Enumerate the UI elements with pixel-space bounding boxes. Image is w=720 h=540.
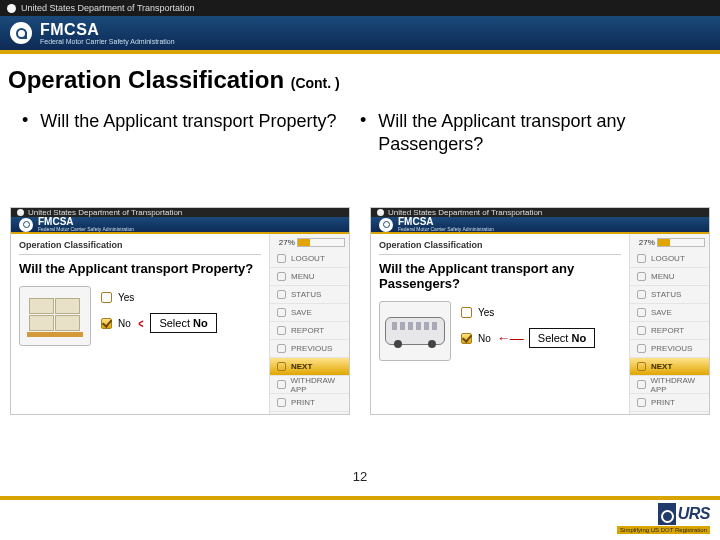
print-icon xyxy=(277,398,286,407)
fmcsa-logo-icon xyxy=(19,218,33,232)
sidebar-print[interactable]: PRINT xyxy=(270,394,349,412)
bullet-list: Will the Applicant transport Property? W… xyxy=(0,100,720,159)
sidebar-report[interactable]: REPORT xyxy=(270,322,349,340)
sidebar-logout[interactable]: LOGOUT xyxy=(270,250,349,268)
urs-logo-text: URS xyxy=(678,505,710,523)
usdot-shield-icon xyxy=(17,209,24,216)
progress-bar-icon xyxy=(657,238,705,247)
urs-badge: URS Simplifying US DOT Registration xyxy=(617,503,710,534)
bus-icon xyxy=(385,317,445,345)
screenshot-property: United States Department of Transportati… xyxy=(10,207,350,415)
property-graphic xyxy=(19,286,91,346)
box-icon xyxy=(55,298,80,314)
progress-bar: 27% xyxy=(270,234,349,250)
dept-label: United States Department of Transportati… xyxy=(21,3,195,13)
checkbox-checked-icon[interactable] xyxy=(101,318,112,329)
checkbox-icon[interactable] xyxy=(101,292,112,303)
sidebar-previous[interactable]: PREVIOUS xyxy=(270,340,349,358)
screenshot-passengers: United States Department of Transportati… xyxy=(370,207,710,415)
yes-label: Yes xyxy=(118,292,134,303)
sidebar-save[interactable]: SAVE xyxy=(630,304,709,322)
callout-select-no: Select No xyxy=(150,313,216,333)
logout-icon xyxy=(277,254,286,263)
yes-label: Yes xyxy=(478,307,494,318)
question-property: Will the Applicant transport Property? xyxy=(19,261,261,276)
agency-subtitle: Federal Motor Carrier Safety Administrat… xyxy=(38,227,134,232)
no-label: No xyxy=(478,333,491,344)
sidebar-save[interactable]: SAVE xyxy=(270,304,349,322)
bullet-right: Will the Applicant transport any Passeng… xyxy=(360,110,698,155)
urs-logo-icon xyxy=(658,503,676,525)
sidebar-menu[interactable]: MENU xyxy=(630,268,709,286)
option-yes[interactable]: Yes xyxy=(461,307,595,318)
shot-header: FMCSA Federal Motor Carrier Safety Admin… xyxy=(371,217,709,234)
usdot-shield-icon xyxy=(7,4,16,13)
shot-header: FMCSA Federal Motor Carrier Safety Admin… xyxy=(11,217,349,234)
slide-title: Operation Classification (Cont. ) xyxy=(8,66,720,94)
sidebar-next[interactable]: NEXT xyxy=(630,358,709,376)
passenger-graphic xyxy=(379,301,451,361)
previous-icon xyxy=(637,344,646,353)
sidebar-status[interactable]: STATUS xyxy=(270,286,349,304)
section-label: Operation Classification xyxy=(19,240,261,250)
chevron-left-icon: < xyxy=(138,316,143,331)
arrow-left-icon: ←— xyxy=(497,330,523,346)
progress-value: 27% xyxy=(639,238,655,247)
sidebar: 27% LOGOUT MENU STATUS SAVE REPORT PREVI… xyxy=(629,234,709,415)
print-icon xyxy=(637,398,646,407)
previous-icon xyxy=(277,344,286,353)
save-icon xyxy=(277,308,286,317)
option-yes[interactable]: Yes xyxy=(101,292,217,303)
menu-icon xyxy=(637,272,646,281)
checkbox-icon[interactable] xyxy=(461,307,472,318)
sidebar-next[interactable]: NEXT xyxy=(270,358,349,376)
slide-title-text: Operation Classification xyxy=(8,66,284,93)
box-icon xyxy=(29,298,54,314)
box-icon xyxy=(55,315,80,331)
sidebar-previous[interactable]: PREVIOUS xyxy=(630,340,709,358)
report-icon xyxy=(277,326,286,335)
sidebar-status[interactable]: STATUS xyxy=(630,286,709,304)
bullet-left: Will the Applicant transport Property? xyxy=(22,110,360,155)
status-icon xyxy=(637,290,646,299)
question-passengers: Will the Applicant transport any Passeng… xyxy=(379,261,621,291)
sidebar: 27% LOGOUT MENU STATUS SAVE REPORT PREVI… xyxy=(269,234,349,415)
sidebar-withdraw[interactable]: WITHDRAW APP xyxy=(270,376,349,394)
fmcsa-logo-icon xyxy=(379,218,393,232)
next-icon xyxy=(277,362,286,371)
agency-name: FMCSA xyxy=(40,22,175,38)
box-icon xyxy=(29,315,54,331)
fmcsa-header: FMCSA Federal Motor Carrier Safety Admin… xyxy=(0,16,720,54)
sidebar-report[interactable]: REPORT xyxy=(630,322,709,340)
page-number: 12 xyxy=(353,469,367,484)
urs-tagline: Simplifying US DOT Registration xyxy=(617,526,710,534)
sidebar-help[interactable]: HELP xyxy=(270,412,349,415)
bullet-right-text: Will the Applicant transport any Passeng… xyxy=(378,110,698,155)
slide-continuation: (Cont. ) xyxy=(291,75,340,91)
sidebar-print[interactable]: PRINT xyxy=(630,394,709,412)
option-no[interactable]: No ←— Select No xyxy=(461,328,595,348)
section-label: Operation Classification xyxy=(379,240,621,250)
footer-rule xyxy=(0,496,720,500)
sidebar-withdraw[interactable]: WITHDRAW APP xyxy=(630,376,709,394)
fmcsa-logo-icon xyxy=(10,22,32,44)
sidebar-menu[interactable]: MENU xyxy=(270,268,349,286)
agency-subtitle: Federal Motor Carrier Safety Administrat… xyxy=(398,227,494,232)
withdraw-icon xyxy=(277,380,286,389)
logout-icon xyxy=(637,254,646,263)
no-label: No xyxy=(118,318,131,329)
save-icon xyxy=(637,308,646,317)
option-no[interactable]: No < Select No xyxy=(101,313,217,333)
menu-icon xyxy=(277,272,286,281)
pallet-icon xyxy=(27,332,83,337)
sidebar-help[interactable]: HELP xyxy=(630,412,709,415)
checkbox-checked-icon[interactable] xyxy=(461,333,472,344)
next-icon xyxy=(637,362,646,371)
progress-bar: 27% xyxy=(630,234,709,250)
dept-top-bar: United States Department of Transportati… xyxy=(0,0,720,16)
callout-select-no: Select No xyxy=(529,328,595,348)
sidebar-logout[interactable]: LOGOUT xyxy=(630,250,709,268)
agency-subtitle: Federal Motor Carrier Safety Administrat… xyxy=(40,38,175,45)
bullet-left-text: Will the Applicant transport Property? xyxy=(40,110,336,133)
progress-value: 27% xyxy=(279,238,295,247)
